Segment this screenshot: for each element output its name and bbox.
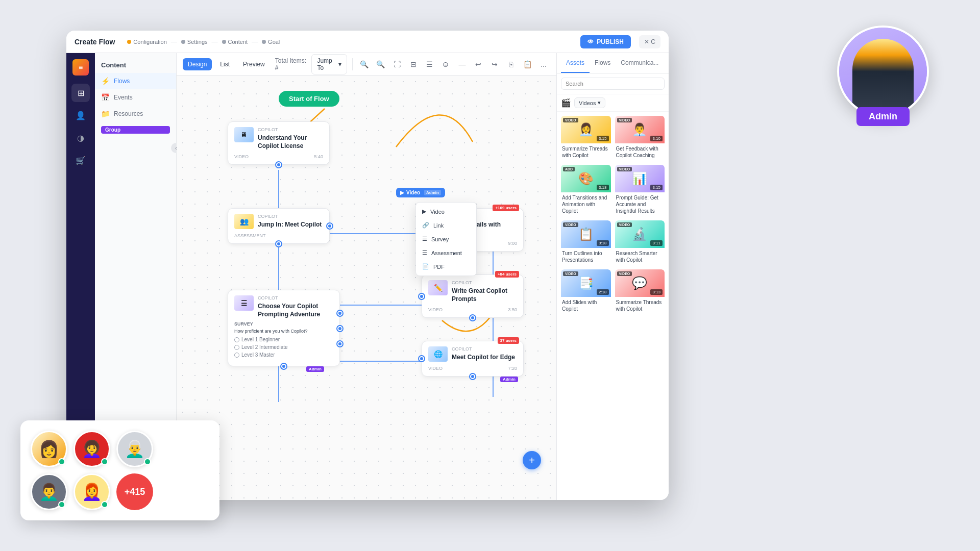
admin-label-video: Admin (424, 190, 441, 195)
align-button[interactable]: ⊜ (439, 57, 453, 72)
expand-button[interactable]: ⛶ (390, 57, 404, 72)
video-overlay-node[interactable]: ▶ Video Admin (396, 188, 445, 197)
group-badge[interactable]: Group (101, 126, 170, 134)
node1-type: VIDEO (234, 154, 249, 159)
node6-connector-left[interactable] (419, 356, 424, 361)
wizard-step-content[interactable]: Content (222, 39, 248, 45)
asset-badge-2: ADD (563, 167, 575, 171)
wizard-step-goal[interactable]: Goal (262, 39, 280, 45)
close-button[interactable]: ✕ C (639, 35, 660, 48)
events-icon: 📅 (101, 93, 110, 102)
sidebar-item-users[interactable]: 👤 (71, 106, 90, 124)
context-menu-video[interactable]: ▶ Video (416, 205, 476, 218)
avatar-item-4: 👨‍🦱 (31, 473, 67, 510)
asset-thumb-7: VIDEO 3:13 💬 (615, 269, 665, 297)
asset-card-6[interactable]: VIDEO 2:18 📑 Add Slides with Copilot (561, 269, 611, 314)
avatar-1-status (58, 458, 65, 465)
admin-card: Admin (837, 26, 929, 126)
zoom-out-button[interactable]: 🔍 (358, 57, 371, 72)
app-logo: ≡ (72, 59, 89, 76)
asset-card-0[interactable]: VIDEO 3:15 👩‍💼 Summarize Threads with Co… (561, 116, 611, 161)
search-input[interactable] (561, 78, 665, 90)
node3-connector-bottom[interactable] (281, 364, 286, 369)
flow-node-2[interactable]: 👥 Copilot Jump In: Meet Copilot ASSESSME… (228, 208, 330, 244)
node3-connector-right-1[interactable] (337, 311, 342, 316)
design-view-button[interactable]: Design (183, 58, 212, 70)
node1-connector-bottom[interactable] (276, 162, 281, 167)
flow-node-6[interactable]: 37 users 🌐 Copilot Meet Copilot for Edge… (422, 341, 524, 377)
group-panel: 👩 👩‍🦱 👨‍🦳 👨‍🦱 (20, 420, 219, 520)
distribute-button[interactable]: — (455, 57, 469, 72)
link-menu-icon: 🔗 (422, 222, 429, 229)
paste-button[interactable]: 📋 (521, 57, 534, 72)
asset-title-2: Add Transitions and Animation with Copil… (561, 192, 611, 216)
publish-button[interactable]: 👁 PUBLISH (580, 35, 631, 48)
sidebar-item-shop[interactable]: 🛒 (71, 151, 90, 169)
preview-button[interactable]: Preview (238, 58, 270, 70)
content-panel-item-events[interactable]: 📅 Events (95, 89, 176, 106)
copy-button[interactable]: ⎘ (504, 57, 518, 72)
wizard-step-configuration[interactable]: Configuration (127, 39, 166, 45)
asset-title-7: Summarize Threads with Copilot (615, 297, 665, 314)
context-menu-pdf[interactable]: 📄 PDF (416, 260, 476, 273)
node2-connector-bottom[interactable] (276, 241, 281, 246)
node3-connector-right-2[interactable] (337, 326, 342, 331)
list-view-button[interactable]: List (215, 58, 235, 70)
node5-title: Write Great Copilot Prompts (452, 287, 517, 303)
wizard-step-settings[interactable]: Settings (181, 39, 208, 45)
sidebar-item-dashboard[interactable]: ⊞ (71, 84, 90, 102)
context-menu[interactable]: ▶ Video 🔗 Link ☰ Survey ☰ Assessment (415, 202, 477, 276)
tab-flows[interactable]: Flows (590, 53, 616, 73)
tab-assets[interactable]: Assets (561, 53, 590, 73)
node3-thumbnail: ☰ (234, 295, 254, 311)
asset-card-4[interactable]: VIDEO 3:18 📋 Turn Outlines into Presenta… (561, 220, 611, 265)
add-node-button[interactable]: + (523, 451, 541, 469)
asset-thumb-3: VIDEO 3:15 📊 (615, 165, 665, 192)
asset-card-7[interactable]: VIDEO 3:13 💬 Summarize Threads with Copi… (615, 269, 665, 314)
asset-thumb-4: VIDEO 3:18 📋 (561, 220, 611, 248)
layout-v-button[interactable]: ☰ (423, 57, 436, 72)
node6-connector-bottom[interactable] (470, 374, 475, 379)
flow-node-1[interactable]: 🖥 Copilot Understand Your Copilot Licens… (228, 121, 330, 165)
redo-button[interactable]: ↪ (488, 57, 501, 72)
content-panel-item-resources[interactable]: 📁 Resources (95, 106, 176, 122)
asset-duration-3: 3:15 (650, 185, 663, 190)
start-node[interactable]: Start of Flow (279, 91, 339, 107)
admin-label-node3: Admin (306, 366, 324, 372)
right-panel-tabs: Assets Flows Communica... (557, 53, 669, 73)
asset-title-4: Turn Outlines into Presentations (561, 248, 611, 265)
asset-card-5[interactable]: VIDEO 3:11 🔬 Research Smarter with Copil… (615, 220, 665, 265)
node5-connector-left[interactable] (419, 294, 424, 299)
eye-icon: 👁 (587, 38, 594, 45)
asset-title-5: Research Smarter with Copilot (615, 248, 665, 265)
node3-connector-right-3[interactable] (337, 341, 342, 346)
asset-badge-5: VIDEO (617, 222, 632, 227)
flow-node-5[interactable]: +84 users ✏️ Copilot Write Great Copilot… (422, 274, 524, 318)
videos-filter-button[interactable]: Videos ▾ (574, 97, 605, 108)
asset-duration-2: 3:18 (597, 185, 609, 190)
asset-card-1[interactable]: VIDEO 3:10 👨‍💼 Get Feedback with Copilot… (615, 116, 665, 161)
content-panel-title: Content (95, 59, 176, 73)
layout-h-button[interactable]: ⊟ (407, 57, 420, 72)
zoom-in-button[interactable]: 🔍 (374, 57, 387, 72)
context-menu-assessment[interactable]: ☰ Assessment (416, 246, 476, 260)
context-menu-link[interactable]: 🔗 Link (416, 218, 476, 232)
node5-connector-bottom[interactable] (470, 315, 475, 320)
right-panel-filter: 🎬 Videos ▾ (557, 94, 669, 112)
flow-canvas[interactable]: Start of Flow 🖥 Copilot Understand Your … (177, 76, 556, 500)
content-panel-item-flows[interactable]: ⚡ Flows (95, 73, 176, 89)
context-menu-survey[interactable]: ☰ Survey (416, 232, 476, 246)
node1-title: Understand Your Copilot License (258, 134, 323, 150)
more-button[interactable]: ... (537, 57, 550, 72)
avatar-3-status (144, 458, 151, 465)
undo-button[interactable]: ↩ (472, 57, 485, 72)
asset-thumb-6: VIDEO 2:18 📑 (561, 269, 611, 297)
sidebar-item-analytics[interactable]: ◑ (71, 129, 90, 147)
asset-card-3[interactable]: VIDEO 3:15 📊 Prompt Guide: Get Accurate … (615, 165, 665, 216)
node1-duration: 5:40 (314, 154, 323, 159)
tab-communications[interactable]: Communica... (616, 53, 664, 73)
node2-connector-right[interactable] (327, 223, 332, 229)
jump-to-dropdown[interactable]: Jump To ▾ (311, 54, 347, 74)
asset-card-2[interactable]: ADD 3:18 🎨 Add Transitions and Animation… (561, 165, 611, 216)
flow-node-3[interactable]: ☰ Copilot Choose Your Copilot Prompting … (228, 290, 340, 366)
